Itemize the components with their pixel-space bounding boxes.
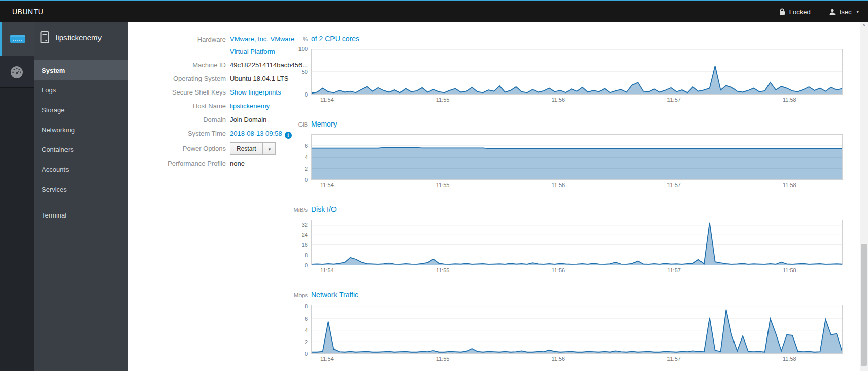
disk-io-xtick: 11:55: [436, 267, 450, 273]
disk-io-xtick: 11:58: [783, 267, 796, 273]
show-fingerprints-link[interactable]: Show fingerprints: [230, 88, 281, 96]
user-menu[interactable]: tsec ▾: [820, 1, 868, 22]
cpu-xtick: 11:56: [551, 97, 565, 103]
disk-io-xtick: 11:56: [551, 267, 565, 273]
disk-io-plot-area: [311, 220, 843, 265]
memory-xtick: 11:56: [551, 182, 565, 188]
network-xtick: 11:57: [667, 356, 681, 362]
sidebar-item-containers[interactable]: Containers: [34, 140, 128, 160]
sidebar-item-networking[interactable]: Networking: [34, 120, 128, 140]
host-machine-icon: [40, 30, 50, 44]
host-header: lipstickenemy: [34, 22, 128, 51]
power-options-toggle[interactable]: ▾: [263, 142, 276, 155]
sidebar-item-logs[interactable]: Logs: [34, 80, 128, 100]
cpu-unit-label: %: [287, 36, 311, 42]
info-label: Secure Shell Keys: [128, 85, 226, 99]
memory-ytick: 4: [305, 154, 308, 160]
disk-io-xtick: 11:57: [667, 267, 681, 273]
top-navbar: UBUNTU Locked tsec ▾: [0, 0, 868, 22]
network-xtick: 11:54: [320, 356, 334, 362]
network-chart-title-link[interactable]: Network Traffic: [311, 291, 358, 299]
cpu-chart: %of 2 CPU cores100500 11:5411:5511:5611:…: [287, 35, 843, 105]
network-xtick: 11:56: [551, 356, 565, 362]
disk-io-ytick: 8: [305, 252, 308, 258]
sidebar-item-services[interactable]: Services: [34, 179, 128, 199]
system-page: Hardware VMware, Inc. VMware Virtual Pla…: [128, 22, 860, 371]
dashboard-tab[interactable]: [0, 56, 34, 88]
network-xtick: 11:55: [436, 356, 450, 362]
memory-chart-title-link[interactable]: Memory: [311, 120, 337, 128]
hardware-link[interactable]: VMware, Inc. VMware: [230, 35, 294, 43]
monitoring-charts: %of 2 CPU cores100500 11:5411:5511:5611:…: [287, 35, 843, 371]
cpu-xtick: 11:58: [783, 97, 796, 103]
sidebar-menu: System Logs Storage Networking Container…: [34, 60, 128, 225]
memory-ytick: 2: [305, 166, 308, 172]
info-label: Host Name: [128, 99, 226, 113]
hardware-link-line2[interactable]: Virtual Platform: [230, 48, 275, 55]
memory-xtick: 11:57: [667, 182, 681, 188]
scroll-up-arrow[interactable]: ^: [860, 22, 868, 30]
hostname-link[interactable]: lipstickenemy: [230, 102, 270, 110]
cpu-ytick: 100: [298, 46, 308, 52]
disk-io-ytick: 24: [302, 232, 308, 238]
brand-logo: UBUNTU: [12, 8, 43, 16]
sidebar-item-terminal[interactable]: Terminal: [34, 205, 128, 225]
scrollbar-thumb[interactable]: [861, 244, 867, 366]
machine-tab-selected[interactable]: [0, 22, 34, 56]
info-label: Power Options: [128, 142, 226, 156]
memory-unit-label: GiB: [287, 121, 311, 128]
network-unit-label: Mbps: [287, 292, 311, 298]
memory-xtick: 11:54: [320, 182, 334, 188]
info-label: Hardware: [128, 33, 226, 58]
disk-io-xtick: 11:54: [320, 267, 334, 273]
machine-switcher-strip: [0, 22, 34, 371]
cpu-xtick: 11:55: [436, 97, 450, 103]
network-chart: MbpsNetwork Traffic86420 11:5411:5511:56…: [287, 291, 843, 364]
disk-io-ytick: 16: [302, 242, 308, 248]
cpu-plot-area: [311, 49, 843, 95]
disk-io-ytick: 32: [302, 222, 308, 228]
join-domain-value[interactable]: Join Domain: [230, 113, 266, 127]
network-plot-area: [311, 305, 843, 354]
server-icon: [9, 33, 26, 46]
chevron-down-icon: ▾: [269, 147, 271, 152]
info-label: Performance Profile: [128, 157, 226, 170]
system-time-link[interactable]: 2018-08-13 09:58: [230, 130, 282, 137]
restart-button[interactable]: Restart: [230, 142, 263, 155]
cpu-xtick: 11:54: [320, 97, 334, 103]
cpu-ytick: 50: [302, 69, 308, 75]
memory-xtick: 11:55: [436, 182, 450, 188]
sidebar-divider: [40, 51, 122, 51]
sidebar-item-storage[interactable]: Storage: [34, 100, 128, 120]
network-xtick: 11:58: [783, 356, 796, 362]
network-ytick: 8: [305, 303, 308, 310]
info-label: Operating System: [128, 72, 226, 85]
sidebar-item-accounts[interactable]: Accounts: [34, 160, 128, 179]
info-label: Machine ID: [128, 58, 226, 72]
host-name: lipstickenemy: [56, 33, 102, 42]
scrollbar[interactable]: ^: [860, 22, 868, 371]
sidebar: lipstickenemy System Logs Storage Networ…: [34, 22, 128, 371]
memory-xtick: 11:58: [783, 182, 796, 188]
chevron-down-icon: ▾: [856, 9, 859, 14]
disk-io-chart-title-link[interactable]: Disk I/O: [311, 205, 337, 213]
user-name-label: tsec: [840, 8, 852, 16]
memory-ytick: 6: [305, 143, 308, 149]
network-ytick: 4: [305, 327, 308, 333]
lock-status-button[interactable]: Locked: [770, 1, 820, 22]
disk-io-unit-label: MiB/s: [287, 207, 311, 213]
user-icon: [829, 9, 836, 15]
network-ytick: 6: [305, 316, 308, 322]
performance-profile-value: none: [230, 157, 245, 170]
lock-icon: [779, 8, 785, 15]
memory-plot-area: [311, 134, 843, 180]
cpu-chart-title-link[interactable]: of 2 CPU cores: [311, 35, 359, 43]
lock-status-label: Locked: [789, 8, 811, 16]
memory-chart: GiBMemory6420 11:5411:5511:5611:5711:58: [287, 120, 843, 190]
info-label: System Time: [128, 127, 226, 140]
cpu-xtick: 11:57: [667, 97, 681, 103]
sidebar-item-system[interactable]: System: [34, 60, 128, 80]
gauge-icon: [10, 65, 24, 79]
disk-io-chart: MiB/sDisk I/O32241680 11:5411:5511:5611:…: [287, 205, 843, 275]
os-value: Ubuntu 18.04.1 LTS: [230, 72, 288, 85]
